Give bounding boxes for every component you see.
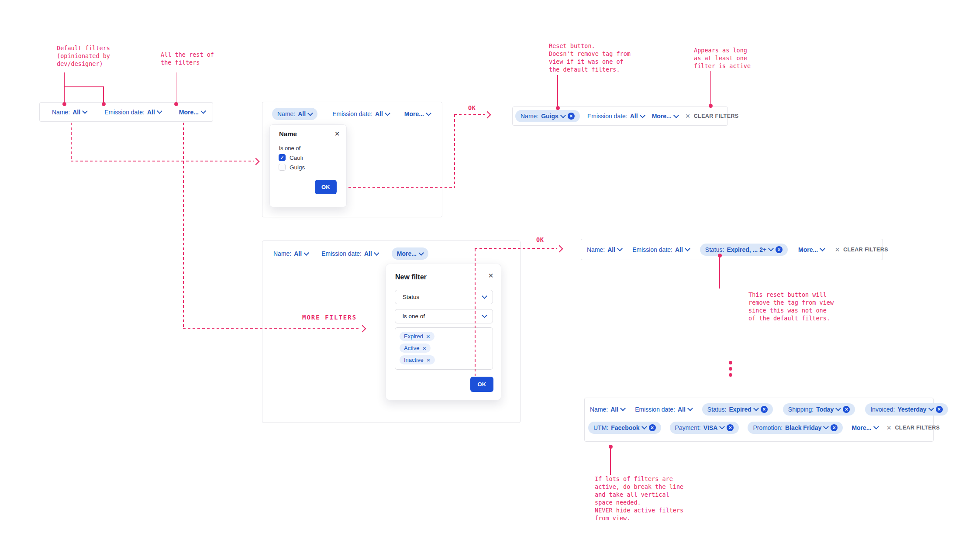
reset-tag-icon[interactable]: × <box>936 406 943 413</box>
reset-tag-icon[interactable]: × <box>843 406 850 413</box>
flow-dashed-line <box>454 114 455 188</box>
connector-line <box>176 72 177 104</box>
ellipsis-dot <box>729 361 732 364</box>
option-guigs[interactable]: ✓ Guigs <box>279 164 305 171</box>
filter-bar-guigs: Name: Guigs × Emission date: All More...… <box>512 107 728 126</box>
filter-bar-many: Name: All Emission date: All Status: Exp… <box>584 398 934 442</box>
design-spec-canvas: Default filters (opinionated by dev/desi… <box>0 0 955 560</box>
chevron-down-icon <box>820 246 825 251</box>
chevron-down-icon <box>673 113 679 118</box>
ok-flow-label: OK <box>536 236 544 243</box>
filter-more[interactable]: More... <box>652 113 678 120</box>
more-filters-flow-label: MORE FILTERS <box>302 314 357 321</box>
reset-tag-icon[interactable]: × <box>761 406 768 413</box>
clear-filters-button[interactable]: × CLEAR FILTERS <box>835 246 888 254</box>
filter-tag-utm[interactable]: UTM: Facebook × <box>588 422 661 434</box>
remove-tag-icon[interactable]: × <box>427 357 431 363</box>
clear-filters-label: CLEAR FILTERS <box>895 425 940 431</box>
flow-arrow-icon <box>556 245 563 253</box>
filter-tag-status[interactable]: Status: Expired, ... 2+ × <box>700 244 788 256</box>
filter-more-selected[interactable]: More... <box>392 247 428 260</box>
chevron-down-icon <box>307 110 313 116</box>
connector-dot <box>556 106 560 110</box>
connector-dot <box>62 102 66 106</box>
ok-button[interactable]: OK <box>315 180 337 194</box>
connector-line <box>719 257 720 289</box>
filter-tag-promotion[interactable]: Promotion: Black Friday × <box>748 422 843 434</box>
filter-emission-date[interactable]: Emission date: All <box>635 406 692 413</box>
new-filter-popup: New filter × Status is one of Expired × … <box>386 264 501 400</box>
filter-tag-name[interactable]: Name: Guigs × <box>515 110 580 122</box>
filter-tag-shipping[interactable]: Shipping: Today × <box>783 403 855 416</box>
chevron-down-icon <box>641 424 647 429</box>
tag-expired[interactable]: Expired × <box>400 332 434 341</box>
checkbox-unchecked[interactable]: ✓ <box>279 164 286 171</box>
flow-dashed-line <box>454 114 485 115</box>
filter-emission-date[interactable]: Emission date: All <box>104 109 162 116</box>
ok-button[interactable]: OK <box>470 377 493 392</box>
chevron-down-icon <box>620 405 626 411</box>
filter-name-selected[interactable]: Name: All <box>272 108 317 120</box>
reset-tag-icon[interactable]: × <box>831 424 838 431</box>
tag-label: Inactive <box>404 357 424 363</box>
filter-emission-date[interactable]: Emission date: All <box>587 113 645 120</box>
connector-dot <box>709 104 713 108</box>
connector-dot <box>718 254 722 258</box>
filter-name[interactable]: Name: All <box>590 406 625 413</box>
chevron-down-icon <box>157 108 162 114</box>
filter-more[interactable]: More... <box>798 246 824 253</box>
chevron-down-icon <box>482 313 487 318</box>
chevron-down-icon <box>768 246 774 251</box>
close-icon: × <box>835 246 840 254</box>
flow-arrow-icon <box>252 158 260 165</box>
ellipsis-dot <box>729 373 732 377</box>
checkbox-checked[interactable]: ✓ <box>279 154 286 161</box>
tag-active[interactable]: Active × <box>400 344 431 353</box>
chevron-down-icon <box>617 246 623 251</box>
option-cauli[interactable]: ✓ Cauli <box>279 154 303 161</box>
reset-tag-icon[interactable]: × <box>727 424 734 431</box>
remove-tag-icon[interactable]: × <box>426 333 430 340</box>
close-icon[interactable]: × <box>334 129 340 138</box>
connector-dot <box>609 445 613 449</box>
chevron-down-icon <box>426 110 431 116</box>
filter-tag-status[interactable]: Status: Expired × <box>702 403 773 416</box>
clear-filters-label: CLEAR FILTERS <box>694 113 739 119</box>
check-icon: ✓ <box>280 165 284 170</box>
filter-more[interactable]: More... <box>404 110 431 117</box>
remove-tag-icon[interactable]: × <box>422 345 426 351</box>
filter-more[interactable]: More... <box>179 109 205 116</box>
filter-name[interactable]: Name: All <box>52 109 87 116</box>
clear-filters-button[interactable]: × CLEAR FILTERS <box>887 424 940 432</box>
option-label: Guigs <box>290 164 305 171</box>
flow-dashed-line <box>183 328 360 329</box>
tag-inactive[interactable]: Inactive × <box>400 355 435 364</box>
connector-line <box>103 86 104 104</box>
connector-dot <box>174 102 178 106</box>
clear-filters-button[interactable]: × CLEAR FILTERS <box>686 112 739 120</box>
filter-tag-payment[interactable]: Payment: VISA × <box>670 422 739 434</box>
filter-name[interactable]: Name: All <box>587 246 622 253</box>
field-select-value: Status <box>403 294 419 300</box>
connector-line <box>64 86 104 87</box>
field-select[interactable]: Status <box>395 290 493 304</box>
reset-tag-icon[interactable]: × <box>568 113 575 120</box>
flow-arrow-icon <box>484 111 491 119</box>
tag-label: Active <box>404 345 419 351</box>
operator-select[interactable]: is one of <box>395 309 493 323</box>
filter-bar-status-multi: Name: All Emission date: All Status: Exp… <box>581 239 883 260</box>
filter-name[interactable]: Name: All <box>273 250 308 257</box>
chevron-down-icon <box>374 250 379 256</box>
filter-emission-date[interactable]: Emission date: All <box>632 246 690 253</box>
close-icon[interactable]: × <box>488 271 493 280</box>
popup-title: New filter <box>395 273 427 281</box>
chevron-down-icon <box>687 405 693 411</box>
filter-tag-invoiced[interactable]: Invoiced: Yesterday × <box>865 403 948 416</box>
reset-tag-icon[interactable]: × <box>776 246 783 253</box>
filter-emission-date[interactable]: Emission date: All <box>332 110 390 117</box>
filter-emission-date[interactable]: Emission date: All <box>321 250 379 257</box>
flow-dashed-line <box>71 123 72 161</box>
connector-line <box>557 75 558 107</box>
filter-more[interactable]: More... <box>852 424 878 431</box>
reset-tag-icon[interactable]: × <box>649 424 656 431</box>
